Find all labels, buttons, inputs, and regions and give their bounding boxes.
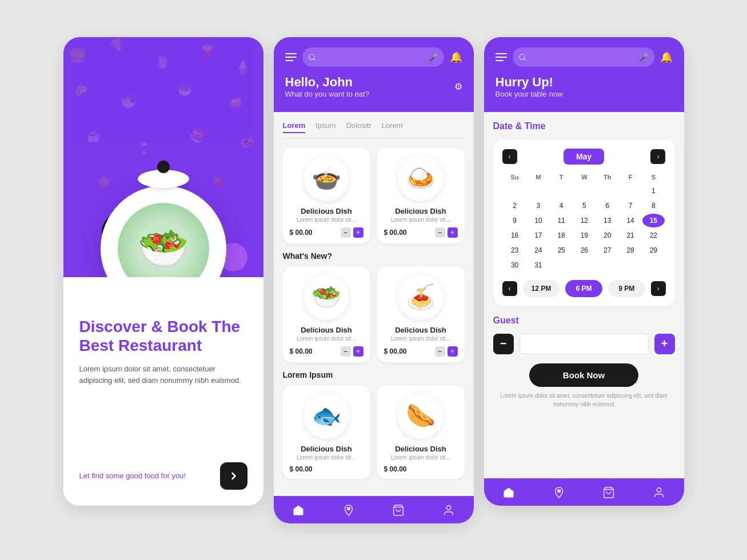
svg-text:🥗: 🥗 <box>178 83 192 97</box>
s3-bell-icon[interactable]: 🔔 <box>660 51 673 63</box>
s3-search-bar[interactable]: 🎤 <box>513 47 654 67</box>
screens-container: 🍔 🍕 🥤 🍟 🍦 🌮 🍜 🥗 🍰 ☕ 🍷 🍣 🥩 🍪 🥐 🍓 <box>63 37 684 523</box>
s3-nav-home[interactable] <box>502 486 515 499</box>
svg-text:🍣: 🍣 <box>189 128 205 143</box>
time-6pm[interactable]: 6 PM <box>565 280 602 297</box>
top-food-grid: 🍲 Delicious Dish Lorem ipsum dolor sit..… <box>283 147 465 243</box>
nav-location[interactable] <box>342 504 355 517</box>
cal-day[interactable]: 30 <box>504 258 526 272</box>
hamburger-menu-icon[interactable] <box>285 53 297 61</box>
guest-count-input[interactable] <box>520 334 649 354</box>
cal-day[interactable]: 20 <box>596 229 618 242</box>
increase-qty-4[interactable]: + <box>448 346 458 357</box>
food-subtitle-4: Lorem ipsum dolor sit... <box>384 335 458 342</box>
cal-day[interactable]: 27 <box>596 243 618 257</box>
s3-header: 🎤 🔔 Hurry Up! Book your table now <box>484 37 684 112</box>
increase-qty-2[interactable]: + <box>448 227 458 238</box>
time-next[interactable]: › <box>651 281 666 296</box>
cal-day[interactable]: 8 <box>642 199 664 213</box>
food-price-row-5: $ 00.00 <box>290 465 363 473</box>
cal-day[interactable]: 3 <box>528 199 549 213</box>
cal-day[interactable]: 24 <box>528 243 549 257</box>
s3-subtitle: Book your table now <box>496 90 673 98</box>
food-price-row-1: $ 00.00 − + <box>290 227 363 238</box>
s2-body: Lorem Ipsum Dolositr Lorem 🍲 Delicious D… <box>274 112 474 496</box>
s3-title: Hurry Up! <box>496 75 673 90</box>
cal-week-2: 2 3 4 5 6 7 8 <box>504 199 665 213</box>
guest-title: Guest <box>493 315 675 326</box>
cal-day[interactable]: 6 <box>596 199 618 213</box>
cal-day[interactable]: 28 <box>620 243 641 257</box>
decrease-qty-2[interactable]: − <box>435 227 445 238</box>
cal-day[interactable]: 18 <box>550 229 572 242</box>
add-to-cart-2: − + <box>435 227 458 238</box>
cal-day[interactable]: 13 <box>596 214 618 227</box>
svg-text:🍦: 🍦 <box>235 59 251 75</box>
increase-qty-3[interactable]: + <box>353 346 363 357</box>
cal-day[interactable]: 7 <box>620 199 641 213</box>
search-bar[interactable]: 🎤 <box>302 47 444 67</box>
decrease-qty-4[interactable]: − <box>435 346 445 357</box>
nav-cart[interactable] <box>392 504 405 517</box>
cal-day[interactable]: 5 <box>573 199 595 213</box>
time-9pm[interactable]: 9 PM <box>608 280 645 297</box>
calendar-prev[interactable]: ‹ <box>502 149 517 164</box>
cal-day[interactable]: 26 <box>573 243 595 257</box>
cal-day <box>620 258 641 272</box>
whats-new-title: What's New? <box>283 251 465 261</box>
tab-ipsum[interactable]: Ipsum <box>315 121 335 133</box>
next-button[interactable] <box>220 462 247 490</box>
s3-nav-location[interactable] <box>553 486 565 499</box>
tab-dolositr[interactable]: Dolositr <box>346 121 371 133</box>
filter-icon[interactable]: ⚙ <box>454 81 462 92</box>
cal-day[interactable]: 4 <box>550 199 572 213</box>
cal-day[interactable]: 23 <box>504 243 526 257</box>
increase-guest-button[interactable]: + <box>654 334 675 354</box>
decrease-guest-button[interactable]: − <box>493 334 514 354</box>
cal-day[interactable]: 14 <box>620 214 641 227</box>
decrease-qty-1[interactable]: − <box>341 227 351 238</box>
cal-day[interactable]: 9 <box>504 214 526 227</box>
notification-bell-icon[interactable]: 🔔 <box>450 51 462 63</box>
time-12pm[interactable]: 12 PM <box>523 280 560 297</box>
increase-qty-1[interactable]: + <box>353 227 363 238</box>
cal-day <box>573 258 595 272</box>
decrease-qty-3[interactable]: − <box>341 346 351 357</box>
s3-hamburger-icon[interactable] <box>496 53 507 61</box>
cal-day[interactable]: 12 <box>573 214 595 227</box>
nav-profile[interactable] <box>442 504 455 517</box>
time-prev[interactable]: ‹ <box>502 281 517 296</box>
cal-day-selected[interactable]: 15 <box>642 214 664 227</box>
svg-point-21 <box>519 54 524 59</box>
cal-day[interactable]: 19 <box>573 229 595 242</box>
cal-day[interactable]: 25 <box>550 243 572 257</box>
svg-point-16 <box>309 54 314 59</box>
cal-day[interactable]: 16 <box>504 229 526 242</box>
cal-day[interactable]: 11 <box>550 214 572 227</box>
calendar-next[interactable]: › <box>650 149 665 164</box>
cal-day[interactable]: 21 <box>620 229 641 242</box>
cal-day[interactable]: 1 <box>642 184 664 198</box>
cal-day[interactable]: 29 <box>642 243 664 257</box>
cal-day[interactable]: 10 <box>528 214 549 227</box>
food-price-5: $ 00.00 <box>290 465 313 473</box>
s1-main-title: Discover & Book The Best Restaurant <box>79 317 247 355</box>
tab-lorem[interactable]: Lorem <box>283 121 306 133</box>
nav-home[interactable] <box>292 504 305 517</box>
book-now-button[interactable]: Book Now <box>529 363 638 387</box>
cal-day[interactable]: 31 <box>528 258 549 272</box>
cal-day <box>550 184 572 198</box>
s2-topbar: 🎤 🔔 <box>285 47 462 67</box>
cal-day[interactable]: 17 <box>528 229 549 242</box>
svg-line-17 <box>313 58 315 60</box>
food-image-4: 🍝 <box>398 274 444 320</box>
cal-day[interactable]: 22 <box>642 229 664 242</box>
calendar-month: May <box>564 149 604 165</box>
s3-nav-profile[interactable] <box>653 486 665 499</box>
screen-3: 🎤 🔔 Hurry Up! Book your table now Date &… <box>484 37 684 506</box>
tab-lorem2[interactable]: Lorem <box>382 121 403 133</box>
food-image-2: 🍛 <box>398 155 444 201</box>
cal-day <box>573 184 595 198</box>
cal-day[interactable]: 2 <box>504 199 526 213</box>
s3-nav-cart[interactable] <box>602 486 615 499</box>
